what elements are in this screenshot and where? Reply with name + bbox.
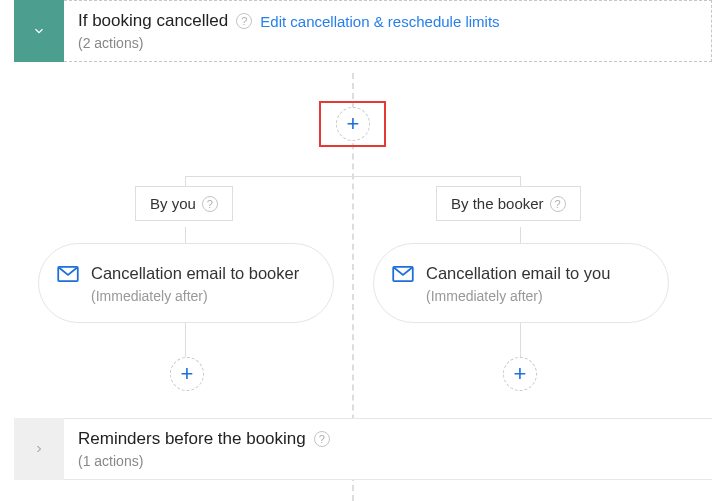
plus-icon: + — [347, 111, 360, 137]
branch-right-text: By the booker — [451, 195, 544, 212]
section-reminders-body: Reminders before the booking ? (1 action… — [64, 418, 712, 480]
section-cancelled-body: If booking cancelled ? Edit cancellation… — [64, 0, 712, 62]
help-icon[interactable]: ? — [314, 431, 330, 447]
help-icon[interactable]: ? — [236, 13, 252, 29]
mail-icon — [392, 266, 414, 282]
add-action-button-main[interactable]: + — [336, 107, 370, 141]
branch-right-down — [520, 176, 521, 186]
section-reminders-count: (1 actions) — [78, 453, 698, 469]
action-card-right[interactable]: Cancellation email to you (Immediately a… — [373, 243, 669, 323]
branch-label-by-booker: By the booker ? — [436, 186, 581, 221]
section-cancelled-count: (2 actions) — [78, 35, 697, 51]
help-icon[interactable]: ? — [202, 196, 218, 212]
branch-label-by-you: By you ? — [135, 186, 233, 221]
branch-left-text: By you — [150, 195, 196, 212]
section-reminders-title: Reminders before the booking — [78, 429, 306, 449]
action-card-left-sub: (Immediately after) — [91, 288, 309, 304]
section-cancelled: If booking cancelled ? Edit cancellation… — [14, 0, 712, 62]
expand-toggle-reminders[interactable] — [14, 418, 64, 480]
section-cancelled-title: If booking cancelled — [78, 11, 228, 31]
help-icon[interactable]: ? — [550, 196, 566, 212]
action-card-left-title: Cancellation email to booker — [91, 262, 309, 284]
add-action-button-right[interactable]: + — [503, 357, 537, 391]
add-action-button-left[interactable]: + — [170, 357, 204, 391]
action-card-right-title: Cancellation email to you — [426, 262, 644, 284]
branch-left-down — [185, 176, 186, 186]
branch-horizontal-connector — [185, 176, 521, 177]
collapse-toggle-cancelled[interactable] — [14, 0, 64, 62]
plus-icon: + — [181, 361, 194, 387]
chevron-right-icon — [33, 443, 45, 455]
action-card-left[interactable]: Cancellation email to booker (Immediatel… — [38, 243, 334, 323]
mail-icon — [57, 266, 79, 282]
edit-cancellation-link[interactable]: Edit cancellation & reschedule limits — [260, 13, 499, 30]
section-reminders: Reminders before the booking ? (1 action… — [14, 418, 712, 480]
chevron-down-icon — [32, 24, 46, 38]
plus-icon: + — [514, 361, 527, 387]
action-card-right-sub: (Immediately after) — [426, 288, 644, 304]
